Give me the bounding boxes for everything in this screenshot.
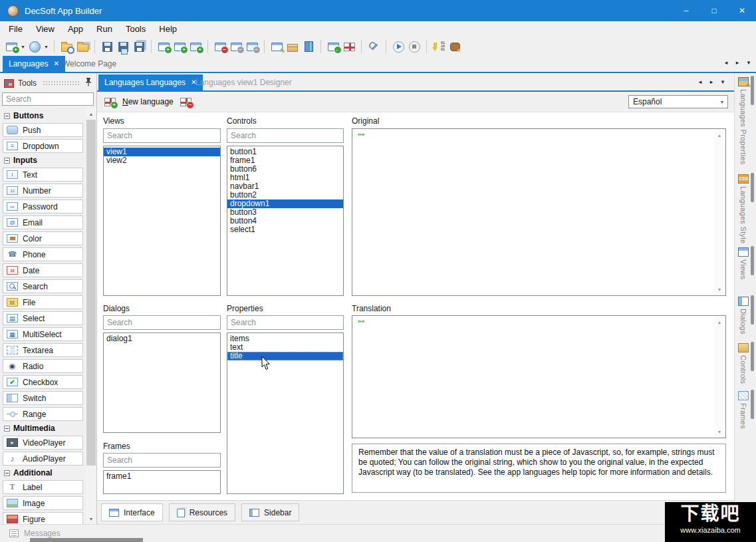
find-in-files-icon[interactable]	[59, 39, 74, 55]
collapse-icon[interactable]	[4, 426, 10, 432]
new-dialog-icon[interactable]	[172, 39, 188, 55]
frames-search-input[interactable]	[103, 453, 221, 468]
rail-tab-languages-style[interactable]: Languages Style	[738, 174, 749, 243]
recent-apps-icon[interactable]	[27, 39, 43, 55]
tools-section-multimedia[interactable]: Multimedia	[4, 423, 83, 434]
list-item-view2[interactable]: view2	[104, 156, 220, 165]
list-item-items[interactable]: items	[227, 335, 343, 343]
scroll-tabs-right-icon[interactable]: ▸	[734, 59, 741, 66]
tab-interface[interactable]: Interface	[101, 503, 163, 521]
rail-tab-controls[interactable]: Controls	[738, 343, 749, 384]
original-value-box[interactable]: "" ▲ ▼	[352, 128, 726, 296]
collapse-icon[interactable]	[4, 158, 10, 164]
rail-tab-views[interactable]: Views	[738, 247, 749, 280]
tool-item-radio[interactable]: Radio	[3, 359, 83, 373]
menu-run[interactable]: Run	[90, 22, 119, 37]
new-app-icon[interactable]	[3, 39, 19, 55]
rail-tab-languages-properties[interactable]: Languages Properties	[738, 77, 749, 165]
language-select[interactable]: Español ▾	[628, 95, 728, 108]
scroll-up-icon[interactable]: ▲	[714, 130, 725, 140]
dialogs-search-input[interactable]	[103, 315, 221, 330]
save-all-icon[interactable]	[131, 39, 147, 55]
save-as-icon[interactable]	[115, 39, 131, 55]
pin-icon[interactable]	[85, 78, 92, 88]
rail-tab-dialogs[interactable]: Dialogs	[738, 297, 749, 335]
scroll-down-icon[interactable]: ▼	[86, 513, 96, 524]
new-language-icon[interactable]	[102, 94, 118, 110]
tool-item-file[interactable]: File	[3, 295, 83, 309]
menu-file[interactable]: File	[2, 22, 29, 37]
tool-item-range[interactable]: Range	[3, 407, 83, 421]
save-icon[interactable]	[99, 39, 115, 55]
debug-app-icon[interactable]	[447, 39, 463, 55]
app-resources-icon[interactable]	[285, 39, 301, 55]
app-options-icon[interactable]	[269, 39, 285, 55]
compile-app-icon[interactable]	[431, 39, 447, 55]
collapse-icon[interactable]	[4, 113, 10, 119]
menu-app[interactable]: App	[61, 22, 90, 37]
properties-search-input[interactable]	[227, 315, 344, 330]
tab-sidebar[interactable]: Sidebar	[241, 503, 299, 521]
translation-value-box[interactable]: "" ▲ ▼	[352, 315, 726, 438]
tools-section-additional[interactable]: Additional	[4, 468, 83, 478]
tool-item-dropdown[interactable]: Dropdown	[3, 139, 83, 153]
tool-item-select[interactable]: Select	[3, 311, 83, 325]
tool-item-label[interactable]: Label	[3, 480, 83, 494]
list-item-text[interactable]: text	[227, 343, 343, 352]
translation-scrollbar[interactable]: ▲ ▼	[714, 317, 725, 437]
tool-item-videoplayer[interactable]: VideoPlayer	[3, 436, 83, 450]
new-app-dropdown-icon[interactable]: ▾	[19, 44, 27, 50]
tools-search-input[interactable]	[2, 92, 94, 106]
new-frame-icon[interactable]	[188, 39, 203, 55]
tool-item-switch[interactable]: Switch	[3, 391, 83, 405]
delete-view-icon[interactable]	[212, 39, 228, 55]
tool-item-figure[interactable]: Figure	[3, 512, 83, 524]
tool-item-date[interactable]: Date	[3, 263, 83, 277]
tool-item-search[interactable]: Search	[3, 279, 83, 293]
delete-dialog-icon[interactable]	[228, 39, 244, 55]
tool-item-textarea[interactable]: Textarea	[3, 343, 83, 357]
statusbar-scroll-thumb[interactable]	[30, 538, 143, 542]
scroll-down-icon[interactable]: ▼	[714, 284, 725, 295]
original-scrollbar[interactable]: ▲ ▼	[714, 130, 725, 295]
tool-item-color[interactable]: Color	[3, 231, 83, 245]
tool-item-push[interactable]: Push	[3, 123, 83, 137]
menu-view[interactable]: View	[29, 22, 61, 37]
tools-scrollbar[interactable]: ▲ ▼	[86, 108, 96, 524]
delete-frame-icon[interactable]	[244, 39, 260, 55]
tool-item-audioplayer[interactable]: AudioPlayer	[3, 452, 83, 466]
tool-item-text[interactable]: Text	[3, 168, 83, 182]
list-item-dialog1[interactable]: dialog1	[104, 335, 220, 343]
new-language-button[interactable]: New language	[122, 97, 174, 106]
doc-tab-welcome-page[interactable]: Welcome Page	[56, 56, 123, 72]
tools-section-buttons[interactable]: Buttons	[4, 110, 83, 121]
scroll-tabs-left-icon[interactable]: ◂	[723, 59, 729, 66]
scroll-tabs-left-icon[interactable]: ◂	[697, 78, 703, 85]
menu-tools[interactable]: Tools	[119, 22, 152, 37]
views-search-input[interactable]	[103, 128, 221, 143]
list-item-title[interactable]: title	[227, 352, 343, 360]
editor-tab-view1-designer[interactable]: Languages view1 Designer	[188, 74, 300, 90]
export-app-icon[interactable]	[325, 39, 341, 55]
tool-item-password[interactable]: Password	[3, 200, 83, 213]
environment-options-icon[interactable]	[366, 39, 382, 55]
app-languages-icon[interactable]	[341, 39, 357, 55]
menu-help[interactable]: Help	[152, 22, 184, 37]
tab-resources[interactable]: Resources	[169, 503, 235, 521]
tool-item-email[interactable]: Email	[3, 215, 83, 229]
close-button[interactable]: ✕	[728, 0, 756, 21]
scroll-up-icon[interactable]: ▲	[714, 317, 725, 327]
rail-tab-frames[interactable]: Frames	[738, 391, 749, 429]
tool-item-checkbox[interactable]: Checkbox	[3, 375, 83, 389]
open-app-folder-icon[interactable]	[74, 39, 90, 55]
run-app-icon[interactable]	[390, 39, 406, 55]
scroll-down-icon[interactable]: ▼	[714, 426, 725, 437]
app-help-icon[interactable]	[301, 39, 316, 55]
tools-section-inputs[interactable]: Inputs	[4, 155, 83, 166]
list-item-frame1[interactable]: frame1	[104, 472, 220, 481]
tab-list-menu-icon[interactable]: ▾	[719, 78, 726, 85]
panel-grip[interactable]	[43, 80, 79, 86]
tool-item-phone[interactable]: Phone	[3, 247, 83, 261]
list-item-select1[interactable]: select1	[227, 225, 343, 234]
scroll-up-icon[interactable]: ▲	[86, 108, 96, 119]
